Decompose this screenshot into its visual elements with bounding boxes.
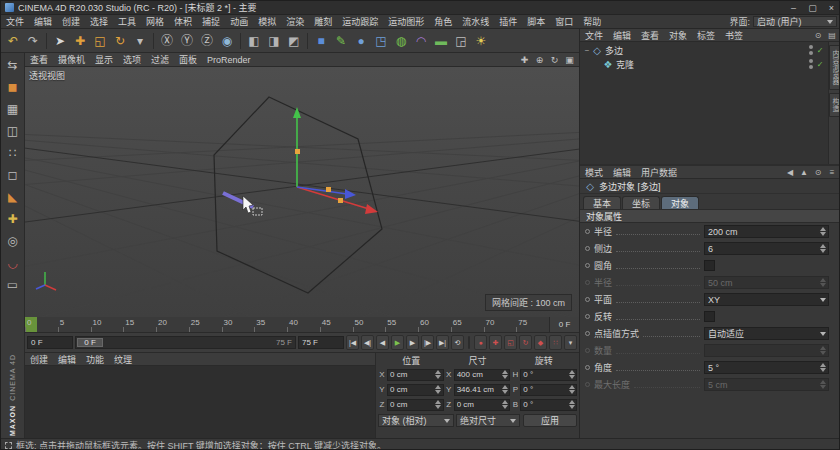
attribute-value-field[interactable]: 5 cm [704,378,829,391]
object-name[interactable]: 克隆 [616,58,634,71]
spinner-icon[interactable] [435,385,442,394]
spinner-icon[interactable] [501,400,508,409]
timeline-tick[interactable]: 40 [287,317,320,332]
spinner-icon[interactable] [501,370,508,379]
visibility-dots-icon[interactable] [807,58,815,70]
viewport-menu-item[interactable]: 摄像机 [53,53,90,66]
lock-z-button[interactable]: Ⓩ [197,31,217,51]
menu-item[interactable]: 选择 [85,15,113,28]
attribute-value-field[interactable]: XY [704,293,829,306]
animation-dot-icon[interactable] [585,382,590,387]
attribute-value-field[interactable]: 6 [704,242,829,255]
size-field[interactable]: 0 cm [454,399,511,411]
enabled-check-icon[interactable]: ✓ [815,46,825,55]
spinner-icon[interactable] [568,385,575,394]
add-cube-dropdown[interactable]: ■ [311,31,331,51]
animation-dot-icon[interactable] [585,229,590,234]
history-up-icon[interactable]: ▲ [798,167,810,178]
spinner-icon[interactable] [501,385,508,394]
texture-mode-button[interactable]: ▦ [3,99,23,119]
attribute-tab[interactable]: 基本 [583,196,621,209]
menu-item[interactable]: 捕捉 [197,15,225,28]
spline-pen-dropdown[interactable]: ✎ [331,31,351,51]
menu-item[interactable]: 雕刻 [309,15,337,28]
dock-tab[interactable]: 构造 [829,93,840,117]
render-settings-button[interactable]: ◩ [284,31,304,51]
animation-dot-icon[interactable] [585,297,590,302]
object-list[interactable]: − ◇ 多边 ✓ ❖ 克隆 ✓ [580,42,828,164]
object-manager-menu-item[interactable]: 对象 [664,29,692,41]
spinner-icon[interactable] [819,380,826,389]
attribute-checkbox[interactable] [704,260,715,271]
material-menu-item[interactable]: 创建 [25,353,53,365]
apply-button[interactable]: 应用 [523,414,577,427]
menu-item[interactable]: 流水线 [457,15,494,28]
animation-dot-icon[interactable] [585,348,590,353]
material-menu-item[interactable]: 纹理 [109,353,137,365]
attribute-tab[interactable]: 坐标 [622,196,660,209]
attribute-menu-item[interactable]: 用户数据 [636,166,682,178]
coordinate-system-button[interactable]: ◉ [217,31,237,51]
object-manager-menu-item[interactable]: 书签 [720,29,748,41]
goto-start-button[interactable]: |◀ [346,335,359,350]
menu-item[interactable]: 帮助 [578,15,606,28]
material-menu-item[interactable]: 功能 [81,353,109,365]
viewport-3d-scene[interactable] [25,67,579,317]
make-editable-button[interactable]: ⇆ [3,55,23,75]
viewport-menu-item[interactable]: 过滤 [146,53,174,66]
rotation-field[interactable]: 0 ° [520,399,577,411]
live-selection-tool[interactable]: ➤ [50,31,70,51]
animation-dot-icon[interactable] [585,365,590,370]
object-manager-menu-item[interactable]: 标签 [692,29,720,41]
viewport-menu-item[interactable]: ProRender [202,53,256,66]
menu-item[interactable]: 插件 [494,15,522,28]
pan-view-button[interactable]: ✚ [518,54,531,66]
attribute-menu-item[interactable]: 编辑 [608,166,636,178]
filter-icon[interactable]: ▤ [826,30,838,41]
timeline-tick[interactable]: 25 [189,317,222,332]
attribute-value-field[interactable]: 5 ° [704,361,829,374]
snap-button[interactable]: ◡ [3,253,23,273]
rotate-tool[interactable]: ↻ [110,31,130,51]
animation-dot-icon[interactable] [585,280,590,285]
rotation-field[interactable]: 0 ° [520,369,577,381]
workplane-mode-button[interactable]: ◫ [3,121,23,141]
keyframe-selection-dropdown[interactable]: ▾ [564,335,577,350]
menu-item[interactable]: 文件 [1,15,29,28]
attribute-tab[interactable]: 对象 [661,196,699,209]
spinner-icon[interactable] [819,227,826,236]
coordinate-mode-dropdown[interactable]: 对象 (相对) [378,414,454,427]
animation-dot-icon[interactable] [585,263,590,268]
object-name[interactable]: 多边 [605,44,623,57]
attribute-value-field[interactable]: 200 cm [704,225,829,238]
end-frame-field[interactable]: 75 F [298,336,344,349]
animation-dot-icon[interactable] [585,314,590,319]
lock-icon[interactable]: ⊙ [812,167,824,178]
timeline-tick[interactable]: 55 [385,317,418,332]
deformer-dropdown[interactable]: ◠ [411,31,431,51]
menu-item[interactable]: 窗口 [550,15,578,28]
object-row-cloner[interactable]: ❖ 克隆 ✓ [580,57,828,71]
timeline-tick[interactable]: 20 [156,317,189,332]
attribute-value-field[interactable] [704,344,829,357]
object-manager-menu-item[interactable]: 文件 [580,29,608,41]
attribute-checkbox[interactable] [704,311,715,322]
timeline-tick[interactable]: 60 [418,317,451,332]
play-forward-button[interactable]: ▶ [391,335,404,350]
undo-button[interactable]: ↶ [3,31,23,51]
polygon-spline[interactable] [214,97,382,293]
points-mode-button[interactable]: ∷ [3,143,23,163]
timeline-tick[interactable]: 75 [516,317,549,332]
light-dropdown[interactable]: ☀ [471,31,491,51]
prev-key-button[interactable]: ◀| [361,335,374,350]
menu-item[interactable]: 体积 [169,15,197,28]
viewport-menu-item[interactable]: 显示 [90,53,118,66]
menu-item[interactable]: 渲染 [281,15,309,28]
animation-dot-icon[interactable] [585,246,590,251]
viewport-menu-item[interactable]: 查看 [25,53,53,66]
timeline-tick[interactable]: 70 [484,317,517,332]
timeline-tick[interactable]: 10 [91,317,124,332]
maximize-button[interactable]: ▢ [803,1,822,14]
viewport-menu-item[interactable]: 选项 [118,53,146,66]
axis-gizmo[interactable] [293,107,378,214]
